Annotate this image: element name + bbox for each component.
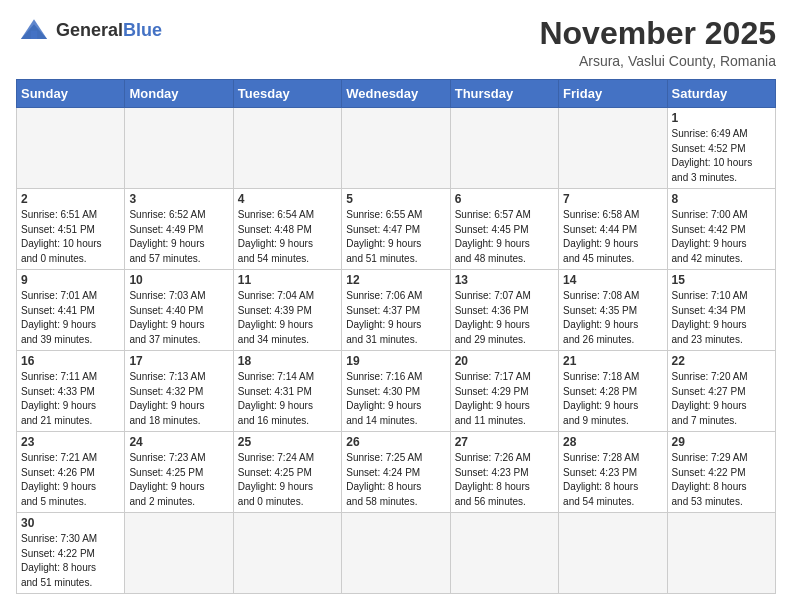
calendar-day-cell: 25Sunrise: 7:24 AM Sunset: 4:25 PM Dayli… <box>233 432 341 513</box>
month-title: November 2025 <box>539 16 776 51</box>
day-sun-info: Sunrise: 7:30 AM Sunset: 4:22 PM Dayligh… <box>21 532 120 590</box>
calendar-day-cell: 27Sunrise: 7:26 AM Sunset: 4:23 PM Dayli… <box>450 432 558 513</box>
day-number: 9 <box>21 273 120 287</box>
day-number: 5 <box>346 192 445 206</box>
calendar-day-cell: 7Sunrise: 6:58 AM Sunset: 4:44 PM Daylig… <box>559 189 667 270</box>
calendar-day-cell <box>342 513 450 594</box>
day-number: 4 <box>238 192 337 206</box>
day-number: 8 <box>672 192 771 206</box>
day-sun-info: Sunrise: 7:07 AM Sunset: 4:36 PM Dayligh… <box>455 289 554 347</box>
day-number: 16 <box>21 354 120 368</box>
calendar-table: SundayMondayTuesdayWednesdayThursdayFrid… <box>16 79 776 594</box>
calendar-day-cell: 8Sunrise: 7:00 AM Sunset: 4:42 PM Daylig… <box>667 189 775 270</box>
day-number: 1 <box>672 111 771 125</box>
page-header: GeneralBlue November 2025 Arsura, Vaslui… <box>16 16 776 69</box>
day-number: 11 <box>238 273 337 287</box>
calendar-day-cell: 12Sunrise: 7:06 AM Sunset: 4:37 PM Dayli… <box>342 270 450 351</box>
calendar-header-friday: Friday <box>559 80 667 108</box>
calendar-day-cell: 22Sunrise: 7:20 AM Sunset: 4:27 PM Dayli… <box>667 351 775 432</box>
calendar-day-cell: 15Sunrise: 7:10 AM Sunset: 4:34 PM Dayli… <box>667 270 775 351</box>
calendar-week-row: 9Sunrise: 7:01 AM Sunset: 4:41 PM Daylig… <box>17 270 776 351</box>
calendar-day-cell: 11Sunrise: 7:04 AM Sunset: 4:39 PM Dayli… <box>233 270 341 351</box>
calendar-day-cell <box>342 108 450 189</box>
day-sun-info: Sunrise: 7:26 AM Sunset: 4:23 PM Dayligh… <box>455 451 554 509</box>
calendar-day-cell: 28Sunrise: 7:28 AM Sunset: 4:23 PM Dayli… <box>559 432 667 513</box>
day-number: 12 <box>346 273 445 287</box>
day-number: 6 <box>455 192 554 206</box>
day-sun-info: Sunrise: 6:57 AM Sunset: 4:45 PM Dayligh… <box>455 208 554 266</box>
day-number: 30 <box>21 516 120 530</box>
day-number: 22 <box>672 354 771 368</box>
logo-text: GeneralBlue <box>56 21 162 40</box>
day-sun-info: Sunrise: 6:55 AM Sunset: 4:47 PM Dayligh… <box>346 208 445 266</box>
day-number: 14 <box>563 273 662 287</box>
calendar-header-sunday: Sunday <box>17 80 125 108</box>
calendar-day-cell: 9Sunrise: 7:01 AM Sunset: 4:41 PM Daylig… <box>17 270 125 351</box>
calendar-week-row: 23Sunrise: 7:21 AM Sunset: 4:26 PM Dayli… <box>17 432 776 513</box>
calendar-day-cell: 1Sunrise: 6:49 AM Sunset: 4:52 PM Daylig… <box>667 108 775 189</box>
day-number: 15 <box>672 273 771 287</box>
day-sun-info: Sunrise: 7:17 AM Sunset: 4:29 PM Dayligh… <box>455 370 554 428</box>
calendar-day-cell: 13Sunrise: 7:07 AM Sunset: 4:36 PM Dayli… <box>450 270 558 351</box>
generalblue-logo-icon <box>16 16 52 44</box>
day-sun-info: Sunrise: 6:52 AM Sunset: 4:49 PM Dayligh… <box>129 208 228 266</box>
calendar-day-cell <box>125 513 233 594</box>
calendar-day-cell: 2Sunrise: 6:51 AM Sunset: 4:51 PM Daylig… <box>17 189 125 270</box>
calendar-week-row: 30Sunrise: 7:30 AM Sunset: 4:22 PM Dayli… <box>17 513 776 594</box>
calendar-day-cell <box>450 108 558 189</box>
day-number: 26 <box>346 435 445 449</box>
calendar-header-thursday: Thursday <box>450 80 558 108</box>
calendar-week-row: 1Sunrise: 6:49 AM Sunset: 4:52 PM Daylig… <box>17 108 776 189</box>
day-number: 7 <box>563 192 662 206</box>
day-number: 17 <box>129 354 228 368</box>
calendar-header-tuesday: Tuesday <box>233 80 341 108</box>
calendar-day-cell <box>559 108 667 189</box>
calendar-day-cell <box>125 108 233 189</box>
day-number: 20 <box>455 354 554 368</box>
calendar-header-monday: Monday <box>125 80 233 108</box>
day-number: 28 <box>563 435 662 449</box>
calendar-day-cell: 24Sunrise: 7:23 AM Sunset: 4:25 PM Dayli… <box>125 432 233 513</box>
calendar-day-cell: 4Sunrise: 6:54 AM Sunset: 4:48 PM Daylig… <box>233 189 341 270</box>
calendar-day-cell <box>450 513 558 594</box>
day-sun-info: Sunrise: 7:20 AM Sunset: 4:27 PM Dayligh… <box>672 370 771 428</box>
calendar-day-cell: 3Sunrise: 6:52 AM Sunset: 4:49 PM Daylig… <box>125 189 233 270</box>
day-sun-info: Sunrise: 7:24 AM Sunset: 4:25 PM Dayligh… <box>238 451 337 509</box>
day-sun-info: Sunrise: 7:28 AM Sunset: 4:23 PM Dayligh… <box>563 451 662 509</box>
calendar-day-cell: 16Sunrise: 7:11 AM Sunset: 4:33 PM Dayli… <box>17 351 125 432</box>
calendar-week-row: 16Sunrise: 7:11 AM Sunset: 4:33 PM Dayli… <box>17 351 776 432</box>
calendar-title-area: November 2025 Arsura, Vaslui County, Rom… <box>539 16 776 69</box>
day-sun-info: Sunrise: 7:18 AM Sunset: 4:28 PM Dayligh… <box>563 370 662 428</box>
day-sun-info: Sunrise: 6:58 AM Sunset: 4:44 PM Dayligh… <box>563 208 662 266</box>
day-number: 19 <box>346 354 445 368</box>
day-number: 2 <box>21 192 120 206</box>
calendar-day-cell: 19Sunrise: 7:16 AM Sunset: 4:30 PM Dayli… <box>342 351 450 432</box>
day-number: 23 <box>21 435 120 449</box>
calendar-day-cell: 5Sunrise: 6:55 AM Sunset: 4:47 PM Daylig… <box>342 189 450 270</box>
day-sun-info: Sunrise: 7:14 AM Sunset: 4:31 PM Dayligh… <box>238 370 337 428</box>
calendar-week-row: 2Sunrise: 6:51 AM Sunset: 4:51 PM Daylig… <box>17 189 776 270</box>
calendar-day-cell: 20Sunrise: 7:17 AM Sunset: 4:29 PM Dayli… <box>450 351 558 432</box>
calendar-day-cell: 23Sunrise: 7:21 AM Sunset: 4:26 PM Dayli… <box>17 432 125 513</box>
day-sun-info: Sunrise: 7:11 AM Sunset: 4:33 PM Dayligh… <box>21 370 120 428</box>
logo-bold-text: Blue <box>123 20 162 40</box>
day-sun-info: Sunrise: 7:08 AM Sunset: 4:35 PM Dayligh… <box>563 289 662 347</box>
calendar-day-cell: 10Sunrise: 7:03 AM Sunset: 4:40 PM Dayli… <box>125 270 233 351</box>
day-sun-info: Sunrise: 7:01 AM Sunset: 4:41 PM Dayligh… <box>21 289 120 347</box>
calendar-day-cell: 6Sunrise: 6:57 AM Sunset: 4:45 PM Daylig… <box>450 189 558 270</box>
day-sun-info: Sunrise: 7:06 AM Sunset: 4:37 PM Dayligh… <box>346 289 445 347</box>
day-sun-info: Sunrise: 7:13 AM Sunset: 4:32 PM Dayligh… <box>129 370 228 428</box>
calendar-day-cell <box>17 108 125 189</box>
calendar-day-cell <box>667 513 775 594</box>
calendar-day-cell: 14Sunrise: 7:08 AM Sunset: 4:35 PM Dayli… <box>559 270 667 351</box>
day-sun-info: Sunrise: 7:23 AM Sunset: 4:25 PM Dayligh… <box>129 451 228 509</box>
logo: GeneralBlue <box>16 16 162 44</box>
calendar-day-cell: 29Sunrise: 7:29 AM Sunset: 4:22 PM Dayli… <box>667 432 775 513</box>
day-number: 24 <box>129 435 228 449</box>
day-sun-info: Sunrise: 7:04 AM Sunset: 4:39 PM Dayligh… <box>238 289 337 347</box>
day-sun-info: Sunrise: 7:29 AM Sunset: 4:22 PM Dayligh… <box>672 451 771 509</box>
day-number: 29 <box>672 435 771 449</box>
day-number: 25 <box>238 435 337 449</box>
day-number: 27 <box>455 435 554 449</box>
calendar-day-cell <box>233 513 341 594</box>
